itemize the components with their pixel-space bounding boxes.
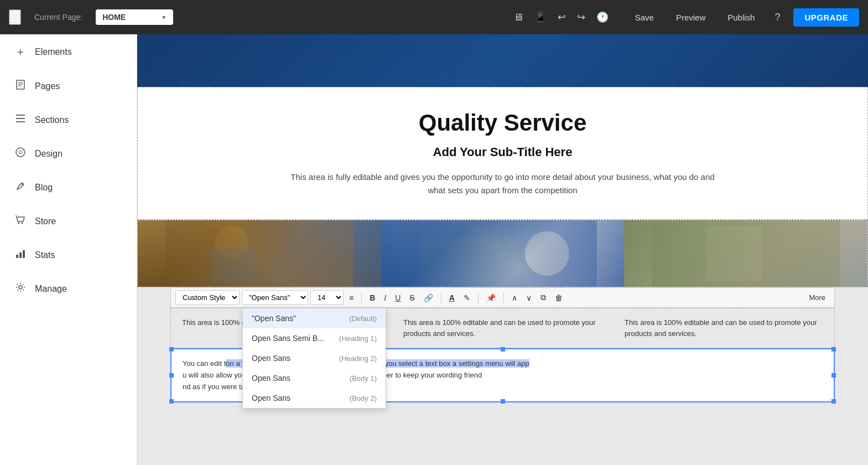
font-tag-b2: (Body 2): [350, 394, 377, 402]
svg-point-10: [18, 223, 20, 224]
svg-rect-19: [210, 248, 254, 281]
sidebar-label-sections: Sections: [35, 115, 69, 125]
images-row: [137, 220, 868, 287]
svg-rect-13: [16, 255, 18, 258]
upgrade-button[interactable]: UPGRADE: [793, 8, 859, 27]
delete-button[interactable]: 🗑: [552, 291, 566, 304]
font-name-h2: Open Sans: [252, 354, 290, 363]
topbar-icons: 🖥 📱 ↩ ↪ 🕐: [511, 9, 611, 25]
font-tag-b1: (Body 1): [350, 374, 377, 383]
bottom-col-3[interactable]: This area is 100% editable and can be us…: [614, 308, 834, 348]
sections-icon: [15, 113, 26, 127]
svg-rect-14: [19, 252, 22, 258]
font-tag-h1: (Heading 1): [339, 334, 377, 343]
sidebar-item-blog[interactable]: Blog: [0, 170, 137, 204]
menu-icon[interactable]: ☰: [9, 9, 21, 25]
svg-rect-15: [23, 250, 25, 258]
font-option-heading2[interactable]: Open Sans (Heading 2): [243, 348, 386, 368]
help-icon[interactable]: ?: [770, 12, 784, 23]
history-icon[interactable]: 🕐: [594, 9, 611, 25]
sidebar-label-pages: Pages: [35, 81, 60, 91]
canvas-area[interactable]: Quality Service Add Your Sub-Title Here …: [137, 34, 868, 465]
image-2[interactable]: [381, 220, 625, 287]
current-page-label: Current Page:: [34, 13, 82, 22]
more-button[interactable]: More: [804, 291, 830, 304]
duplicate-button[interactable]: ⧉: [537, 291, 549, 304]
sidebar-item-sections[interactable]: Sections: [0, 103, 137, 137]
font-name-h1: Open Sans Semi B...: [252, 334, 324, 343]
undo-icon[interactable]: ↩: [555, 9, 568, 25]
sidebar-item-design[interactable]: Design: [0, 137, 137, 170]
handle-bottom-right[interactable]: [831, 399, 836, 404]
preview-button[interactable]: Preview: [669, 9, 712, 25]
pin-button[interactable]: 📌: [483, 291, 499, 304]
body-text: This area is fully editable and gives yo…: [287, 170, 719, 197]
sidebar-label-stats: Stats: [35, 250, 55, 260]
sidebar-item-stats[interactable]: Stats: [0, 238, 137, 272]
bottom-col-2[interactable]: This area is 100% editable and can be us…: [392, 308, 614, 348]
redo-icon[interactable]: ↪: [575, 9, 588, 25]
sidebar-item-pages[interactable]: Pages: [0, 69, 137, 103]
style-dropdown[interactable]: Custom Style: [175, 290, 240, 305]
main-heading: Quality Service: [171, 110, 834, 136]
plus-icon: ＋: [15, 44, 26, 59]
store-icon: [15, 214, 26, 228]
strike-button[interactable]: S: [406, 291, 418, 304]
italic-button[interactable]: I: [381, 291, 389, 304]
font-name-b2: Open Sans: [252, 394, 290, 402]
mobile-icon[interactable]: 📱: [532, 9, 549, 25]
font-dropdown-select[interactable]: "Open Sans": [242, 290, 308, 305]
font-name-default: "Open Sans": [252, 314, 296, 323]
sidebar-label-store: Store: [35, 216, 56, 226]
link-button[interactable]: 🔗: [420, 291, 436, 304]
handle-bottom-left[interactable]: [169, 399, 174, 404]
handle-top-left[interactable]: [169, 347, 174, 352]
manage-icon: [15, 282, 26, 296]
move-down-button[interactable]: ∨: [523, 291, 535, 304]
handle-top-mid[interactable]: [501, 347, 505, 352]
sidebar-item-store[interactable]: Store: [0, 204, 137, 238]
sidebar-label-blog: Blog: [35, 183, 53, 193]
handle-top-right[interactable]: [831, 347, 836, 352]
image-3[interactable]: [624, 220, 867, 287]
move-up-button[interactable]: ∧: [508, 291, 521, 304]
divider-3: [478, 292, 479, 303]
font-option-default[interactable]: "Open Sans" (Default): [243, 308, 386, 328]
page-name: HOME: [102, 13, 126, 22]
font-option-body2[interactable]: Open Sans (Body 2): [243, 388, 386, 408]
page-dropdown[interactable]: HOME ▼: [96, 9, 173, 25]
handle-mid-right[interactable]: [831, 373, 836, 378]
sidebar-item-manage[interactable]: Manage: [0, 272, 137, 306]
handle-bottom-mid[interactable]: [501, 399, 505, 404]
font-option-body1[interactable]: Open Sans (Body 1): [243, 368, 386, 388]
svg-point-8: [19, 151, 22, 154]
main-area: ＋ Elements Pages Sections Design Blog: [0, 34, 868, 465]
selected-text-part1: You can edit t: [183, 359, 226, 368]
stats-icon: [15, 248, 26, 262]
highlight-button[interactable]: ✎: [460, 291, 474, 304]
svg-rect-23: [652, 220, 840, 287]
image-1[interactable]: [138, 220, 381, 287]
handle-mid-left[interactable]: [169, 373, 174, 378]
size-select[interactable]: 14: [310, 290, 344, 305]
content-section[interactable]: Quality Service Add Your Sub-Title Here …: [137, 87, 868, 220]
sidebar-label-manage: Manage: [35, 284, 67, 294]
publish-button[interactable]: Publish: [721, 9, 761, 25]
text-toolbar: Custom Style "Open Sans" 14 ≡ B I U S 🔗 …: [170, 287, 835, 308]
underline-button[interactable]: U: [392, 291, 404, 304]
bottom-col-3-text: This area is 100% editable and can be us…: [625, 318, 817, 338]
chevron-down-icon: ▼: [161, 14, 167, 20]
sidebar: ＋ Elements Pages Sections Design Blog: [0, 34, 137, 465]
align-button[interactable]: ≡: [346, 291, 357, 304]
svg-rect-24: [707, 226, 762, 281]
desktop-icon[interactable]: 🖥: [511, 9, 526, 25]
color-button[interactable]: A: [446, 291, 458, 304]
svg-point-18: [215, 226, 248, 259]
font-option-heading1[interactable]: Open Sans Semi B... (Heading 1): [243, 328, 386, 348]
save-button[interactable]: Save: [628, 9, 661, 25]
topbar: ☰ Current Page: HOME ▼ 🖥 📱 ↩ ↪ 🕐 Save Pr…: [0, 0, 868, 34]
font-tag-h2: (Heading 2): [339, 354, 377, 363]
sidebar-label-design: Design: [35, 149, 63, 159]
bold-button[interactable]: B: [366, 291, 378, 304]
sidebar-item-elements[interactable]: ＋ Elements: [0, 34, 137, 69]
